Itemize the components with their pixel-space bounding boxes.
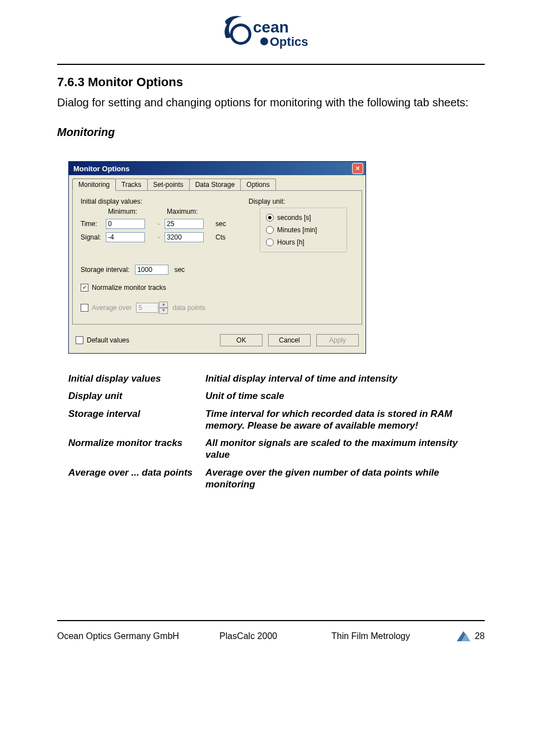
average-over-suffix: data points <box>172 304 205 312</box>
radio-seconds[interactable]: seconds [s] <box>266 214 339 222</box>
signal-min-input[interactable] <box>106 232 145 242</box>
radio-hours[interactable]: Hours [h] <box>266 238 339 246</box>
signal-unit-label: Cts <box>212 233 235 241</box>
spinner-up-icon[interactable]: ▲ <box>159 302 168 308</box>
maximum-header: Maximum: <box>165 208 212 215</box>
radio-minutes[interactable]: Minutes [min] <box>266 226 339 234</box>
footer-center: PlasCalc 2000 <box>219 631 331 641</box>
signal-max-input[interactable] <box>165 232 204 242</box>
desc-value: Unit of time scale <box>205 389 485 403</box>
tab-monitoring[interactable]: Monitoring <box>72 179 116 191</box>
brand-top-text: cean <box>253 18 289 36</box>
radio-seconds-label: seconds [s] <box>277 214 311 222</box>
cancel-button[interactable]: Cancel <box>268 334 311 346</box>
page-number: 28 <box>471 631 485 641</box>
range-dash: - <box>153 233 165 241</box>
minimum-header: Minimum: <box>106 208 153 215</box>
time-max-input[interactable] <box>165 219 204 229</box>
radio-dot-icon <box>266 226 274 234</box>
desc-value: All monitor signals are scaled to the ma… <box>205 436 485 462</box>
average-over-checkbox[interactable]: Average over <box>81 304 132 312</box>
spinner-down-icon[interactable]: ▼ <box>159 308 168 314</box>
radio-dot-icon <box>266 238 274 246</box>
tab-strip: Monitoring Tracks Set-points Data Storag… <box>69 175 366 191</box>
brand-logo: cean Optics <box>57 11 485 64</box>
tab-data-storage[interactable]: Data Storage <box>189 179 241 191</box>
desc-value: Time interval for which recorded data is… <box>205 407 485 433</box>
tab-options[interactable]: Options <box>240 179 275 191</box>
section-subhead: Monitoring <box>57 126 485 139</box>
display-unit-group: seconds [s] Minutes [min] Hours [h] <box>260 208 347 252</box>
footer-rule <box>57 620 485 621</box>
normalize-checkbox[interactable]: Normalize monitor tracks <box>81 284 354 292</box>
footer-right: Thin Film Metrology <box>331 631 456 641</box>
initial-display-values-label: Initial display values: <box>81 198 249 205</box>
time-unit-label: sec <box>212 220 235 228</box>
ok-button[interactable]: OK <box>220 334 263 346</box>
tab-setpoints[interactable]: Set-points <box>147 179 190 191</box>
signal-row-label: Signal: <box>81 233 106 241</box>
average-over-spinner[interactable]: ▲ ▼ <box>136 302 168 314</box>
display-unit-label: Display unit: <box>249 198 354 205</box>
header-rule <box>57 64 485 65</box>
brand-bottom-text: Optics <box>270 35 308 49</box>
range-dash: - <box>153 220 165 228</box>
desc-key: Storage interval <box>68 407 205 433</box>
checkbox-icon <box>76 336 83 344</box>
checkbox-icon <box>81 284 88 292</box>
close-button[interactable]: × <box>352 163 363 174</box>
time-min-input[interactable] <box>106 219 145 229</box>
apply-button[interactable]: Apply <box>316 334 359 346</box>
tab-tracks[interactable]: Tracks <box>115 179 148 191</box>
normalize-label: Normalize monitor tracks <box>92 284 166 292</box>
description-table: Initial display values Initial display i… <box>68 372 485 491</box>
storage-interval-label: Storage interval: <box>81 266 129 274</box>
average-over-value <box>136 303 158 313</box>
tab-body: Initial display values: Minimum: Maximum… <box>72 190 362 325</box>
default-values-checkbox[interactable]: Default values <box>76 336 129 344</box>
average-over-label: Average over <box>92 304 132 312</box>
checkbox-icon <box>81 304 88 312</box>
monitor-options-dialog: Monitor Options × Monitoring Tracks Set-… <box>68 161 366 354</box>
desc-key: Normalize monitor tracks <box>68 436 205 462</box>
desc-value: Average over the given number of data po… <box>205 466 485 492</box>
radio-hours-label: Hours [h] <box>277 238 305 246</box>
desc-key: Average over ... data points <box>68 466 205 492</box>
dialog-title: Monitor Options <box>73 165 129 173</box>
footer-left: Ocean Optics Germany GmbH <box>57 631 219 641</box>
default-values-label: Default values <box>87 336 129 344</box>
radio-minutes-label: Minutes [min] <box>277 226 317 234</box>
section-heading: 7.6.3 Monitor Options <box>57 75 485 90</box>
desc-key: Initial display values <box>68 372 205 386</box>
svg-point-0 <box>260 37 268 45</box>
footer-logo-icon <box>456 630 471 642</box>
section-intro: Dialog for setting and changing options … <box>57 96 485 109</box>
radio-dot-icon <box>266 214 274 222</box>
time-row-label: Time: <box>81 220 106 228</box>
dialog-titlebar: Monitor Options × <box>69 162 366 175</box>
dialog-button-bar: Default values OK Cancel Apply <box>69 328 366 353</box>
page-footer: Ocean Optics Germany GmbH PlasCalc 2000 … <box>57 627 485 651</box>
storage-interval-unit: sec <box>174 266 185 274</box>
storage-interval-input[interactable] <box>135 265 168 275</box>
desc-value: Initial display interval of time and int… <box>205 372 485 386</box>
desc-key: Display unit <box>68 389 205 403</box>
